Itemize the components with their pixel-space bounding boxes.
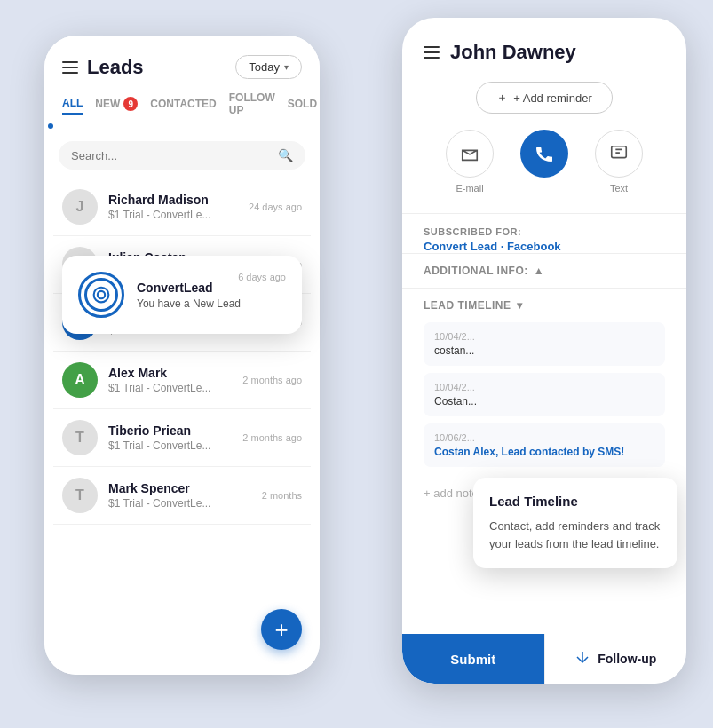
list-item[interactable]: T Tiberio Priean $1 Trial - ConvertLe...… bbox=[53, 409, 311, 467]
avatar: T bbox=[62, 478, 98, 513]
lead-info: Mark Spencer $1 Trial - ConvertLe... bbox=[108, 481, 251, 510]
text-action[interactable]: Text bbox=[595, 130, 643, 194]
lead-info: Tiberio Priean $1 Trial - ConvertLe... bbox=[108, 423, 232, 452]
header-left: Leads bbox=[62, 56, 144, 79]
right-title: John Dawney bbox=[450, 41, 576, 64]
new-badge: 9 bbox=[123, 97, 138, 111]
timeline-date: 10/04/2... bbox=[434, 331, 654, 342]
left-title: Leads bbox=[87, 56, 144, 79]
right-header: John Dawney bbox=[402, 18, 686, 76]
active-tab-indicator bbox=[48, 123, 53, 129]
lead-time: 2 months ago bbox=[242, 375, 302, 385]
tabs-bar: ALL NEW 9 CONTACTED FOLLOW UP SOLD bbox=[44, 88, 320, 120]
today-button[interactable]: Today ▾ bbox=[235, 55, 302, 79]
avatar: J bbox=[62, 189, 98, 225]
timeline-entry: 10/04/2... costan... bbox=[424, 322, 665, 366]
plus-icon: ＋ bbox=[496, 90, 508, 106]
subscribed-section: SUBSCRIBED FOR: Convert Lead · Facebook bbox=[402, 213, 686, 253]
submit-button[interactable]: Submit bbox=[402, 634, 544, 684]
lead-time: 24 days ago bbox=[249, 202, 302, 212]
followup-button[interactable]: Follow-up bbox=[544, 634, 687, 684]
bottom-bar: Submit Follow-up bbox=[402, 634, 686, 684]
timeline-entry: 10/04/2... Costan... bbox=[424, 373, 665, 416]
search-input[interactable] bbox=[71, 149, 271, 162]
notif-icon bbox=[78, 272, 124, 318]
lead-time: 2 months ago bbox=[242, 432, 302, 443]
lead-sub: $1 Trial - ConvertLe... bbox=[108, 209, 238, 221]
tooltip-title: Lead Timeline bbox=[489, 494, 662, 509]
tab-contacted[interactable]: CONTACTED bbox=[150, 98, 216, 114]
lead-name: Alex Mark bbox=[108, 366, 232, 380]
right-phone: John Dawney ＋ + Add reminder E-mail bbox=[402, 18, 686, 684]
lead-sub: $1 Trial - ConvertLe... bbox=[108, 382, 232, 394]
list-item[interactable]: T Mark Spencer $1 Trial - ConvertLe... 2… bbox=[53, 467, 311, 525]
notif-title: ConvertLead bbox=[137, 281, 241, 295]
chevron-up-icon: ▲ bbox=[534, 265, 544, 277]
scene: Leads Today ▾ ALL NEW 9 CONTACTED bbox=[0, 0, 713, 728]
left-header: Leads Today ▾ bbox=[44, 36, 320, 88]
avatar: T bbox=[62, 420, 98, 455]
timeline-date: 10/04/2... bbox=[434, 382, 654, 392]
timeline-content-highlight: Costan Alex, Lead contacted by SMS! bbox=[434, 446, 654, 458]
notif-body: You have a New Lead bbox=[137, 297, 241, 310]
followup-icon bbox=[574, 649, 590, 669]
avatar: A bbox=[62, 362, 98, 398]
svg-point-1 bbox=[98, 291, 105, 298]
list-item[interactable]: J Richard Madison $1 Trial - ConvertLe..… bbox=[53, 178, 311, 236]
left-phone: Leads Today ▾ ALL NEW 9 CONTACTED bbox=[44, 36, 320, 675]
call-icon-circle bbox=[520, 130, 568, 178]
search-bar[interactable]: 🔍 bbox=[59, 141, 305, 170]
fab-add-button[interactable]: + bbox=[261, 609, 302, 650]
tooltip-body: Contact, add reminders and track your le… bbox=[489, 518, 662, 552]
timeline-entry: 10/06/2... Costan Alex, Lead contacted b… bbox=[424, 423, 665, 467]
notif-time: 6 days ago bbox=[238, 272, 286, 282]
subscribed-value: Convert Lead · Facebook bbox=[424, 240, 665, 253]
timeline-tooltip: Lead Timeline Contact, add reminders and… bbox=[473, 478, 677, 568]
action-icons: E-mail Text bbox=[402, 130, 686, 194]
tab-all[interactable]: ALL bbox=[62, 97, 83, 115]
hamburger-icon[interactable] bbox=[62, 61, 78, 74]
notification-popup: ConvertLead You have a New Lead 6 days a… bbox=[62, 256, 302, 334]
lead-info: Richard Madison $1 Trial - ConvertLe... bbox=[108, 193, 238, 221]
chevron-down-icon: ▾ bbox=[284, 62, 289, 72]
lead-name: Tiberio Priean bbox=[108, 423, 232, 438]
tab-sold[interactable]: SOLD bbox=[288, 98, 317, 114]
tab-new[interactable]: NEW 9 bbox=[95, 97, 138, 115]
svg-point-0 bbox=[94, 288, 109, 303]
hamburger-icon[interactable] bbox=[424, 46, 440, 59]
lead-time: 2 months bbox=[262, 490, 302, 501]
email-action[interactable]: E-mail bbox=[446, 130, 494, 194]
tab-followup[interactable]: FOLLOW UP bbox=[229, 91, 275, 120]
lead-name: Richard Madison bbox=[108, 193, 238, 207]
svg-rect-2 bbox=[612, 146, 627, 158]
add-reminder-button[interactable]: ＋ + Add reminder bbox=[476, 82, 613, 114]
lead-timeline-row[interactable]: LEAD TIMELINE ▾ bbox=[402, 288, 686, 322]
lead-sub: $1 Trial - ConvertLe... bbox=[108, 497, 251, 510]
text-label: Text bbox=[610, 183, 628, 194]
text-icon-circle bbox=[595, 130, 643, 178]
email-icon-circle bbox=[446, 130, 494, 178]
chevron-down-icon: ▾ bbox=[517, 299, 523, 312]
timeline-entries: 10/04/2... costan... 10/04/2... Costan..… bbox=[402, 322, 686, 467]
lead-info: Alex Mark $1 Trial - ConvertLe... bbox=[108, 366, 232, 394]
notif-text: ConvertLead You have a New Lead bbox=[137, 281, 241, 310]
email-label: E-mail bbox=[456, 183, 483, 194]
timeline-content: Costan... bbox=[434, 395, 654, 408]
call-action[interactable] bbox=[520, 130, 568, 194]
lead-sub: $1 Trial - ConvertLe... bbox=[108, 439, 232, 452]
lead-list: J Richard Madison $1 Trial - ConvertLe..… bbox=[44, 178, 320, 525]
subscribed-label: SUBSCRIBED FOR: bbox=[424, 226, 665, 237]
list-item[interactable]: A Alex Mark $1 Trial - ConvertLe... 2 mo… bbox=[53, 352, 311, 409]
lead-name: Mark Spencer bbox=[108, 481, 251, 495]
search-icon: 🔍 bbox=[278, 148, 293, 162]
timeline-date: 10/06/2... bbox=[434, 432, 654, 443]
timeline-content: costan... bbox=[434, 344, 654, 357]
additional-info-row[interactable]: ADDITIONAL INFO: ▲ bbox=[402, 253, 686, 288]
